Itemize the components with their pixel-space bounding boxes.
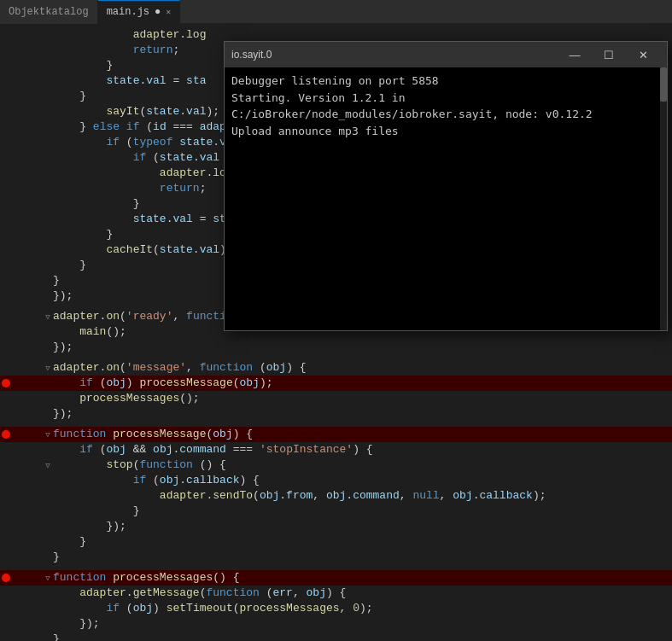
fold-icon-stop[interactable]: ▽ <box>43 460 53 470</box>
fold-placeholder <box>43 634 53 641</box>
breakpoint-icon-2 <box>2 430 10 439</box>
code-text: if (state.val == <box>53 150 240 166</box>
code-text: } <box>53 89 86 104</box>
terminal-minimize-button[interactable]: — <box>558 42 592 67</box>
code-line: } <box>0 534 672 550</box>
fold-placeholder <box>43 107 53 117</box>
code-text: function processMessages() { <box>53 570 239 586</box>
tab-main-js-label: main.js <box>107 6 149 18</box>
fold-placeholder <box>43 260 53 271</box>
tab-main-js[interactable]: main.js ● ✕ <box>98 0 181 24</box>
code-text: adapter.sendTo(obj.from, obj.command, nu… <box>53 488 546 504</box>
fold-placeholder <box>43 537 53 547</box>
fold-placeholder <box>43 552 53 562</box>
code-text: sayIt(state.val); <box>53 104 219 119</box>
code-line: } <box>0 550 672 565</box>
code-line: if (obj && obj.command === 'stopInstance… <box>0 442 672 457</box>
fold-placeholder <box>43 506 53 516</box>
fold-icon-processMessages[interactable]: ▽ <box>43 573 53 583</box>
tab-close-icon[interactable]: ✕ <box>166 7 171 17</box>
code-text: if (obj) setTimeout(processMessages, 0); <box>53 601 373 616</box>
code-line: }); <box>0 340 672 355</box>
code-text: } <box>53 273 60 288</box>
code-line-process-message: ▽ function processMessage(obj) { <box>0 427 672 442</box>
fold-placeholder <box>43 522 53 532</box>
code-text: function processMessage(obj) { <box>53 427 253 442</box>
fold-placeholder <box>43 603 53 614</box>
fold-icon-processMessage[interactable]: ▽ <box>43 429 53 440</box>
code-text: if (obj.callback) { <box>53 473 260 488</box>
code-text: state.val = stat <box>53 212 240 227</box>
code-line: } <box>0 504 672 519</box>
code-text: }); <box>53 406 73 422</box>
terminal-controls: — ☐ ✕ <box>558 42 660 67</box>
code-line: if (obj.callback) { <box>0 473 672 488</box>
terminal-maximize-button[interactable]: ☐ <box>592 42 626 67</box>
code-line: adapter.sendTo(obj.from, obj.command, nu… <box>0 488 672 504</box>
code-text: processMessages(); <box>53 391 200 406</box>
fold-placeholder <box>43 475 53 486</box>
fold-placeholder <box>43 491 53 501</box>
fold-placeholder <box>43 378 53 388</box>
code-text: if (obj && obj.command === 'stopInstance… <box>53 442 373 457</box>
fold-placeholder <box>43 91 53 102</box>
code-text: } <box>53 58 113 73</box>
fold-placeholder <box>43 76 53 86</box>
tab-sidebar[interactable]: Objektkatalog <box>0 0 98 24</box>
editor-area: adapter.log return; } state. <box>0 24 672 641</box>
fold-placeholder <box>43 45 53 55</box>
code-text: } <box>53 504 139 519</box>
code-line-message: ▽ adapter.on('message', function (obj) { <box>0 360 672 376</box>
code-text: stop(function () { <box>53 457 226 473</box>
fold-icon-ready[interactable]: ▽ <box>43 312 53 322</box>
code-text: } else if (id === adapte <box>53 119 240 135</box>
code-text: }); <box>53 616 100 632</box>
code-line: } <box>0 632 672 641</box>
terminal-scrollbar-thumb <box>660 67 667 102</box>
fold-placeholder <box>43 230 53 240</box>
terminal-close-button[interactable]: ✕ <box>626 42 660 67</box>
code-line: adapter.getMessage(function (err, obj) { <box>0 586 672 601</box>
fold-placeholder <box>43 214 53 224</box>
terminal-scrollbar[interactable] <box>660 67 667 330</box>
tab-modified-dot: ● <box>155 6 161 18</box>
fold-placeholder <box>43 30 53 40</box>
tab-bar: Objektkatalog main.js ● ✕ <box>0 0 672 24</box>
code-text: }); <box>53 288 73 304</box>
code-text: if (typeof state.val <box>53 135 240 150</box>
code-line: processMessages(); <box>0 391 672 406</box>
code-line-breakpoint1: if (obj) processMessage(obj); <box>0 376 672 391</box>
code-text: main(); <box>53 324 126 340</box>
code-text: return; <box>53 43 179 58</box>
fold-icon-message[interactable]: ▽ <box>43 363 53 373</box>
fold-placeholder <box>43 393 53 404</box>
code-line: }); <box>0 406 672 422</box>
fold-placeholder <box>43 168 53 178</box>
terminal-body: Debugger listening on port 5858 Starting… <box>225 67 667 330</box>
fold-placeholder <box>43 245 53 255</box>
fold-placeholder <box>43 153 53 163</box>
code-text: adapter.log. <box>53 166 239 181</box>
code-text: } <box>53 196 139 212</box>
terminal-titlebar: io.sayit.0 — ☐ ✕ <box>225 42 667 67</box>
breakpoint-icon <box>2 379 10 388</box>
terminal-window[interactable]: io.sayit.0 — ☐ ✕ Debugger listening on p… <box>224 41 668 331</box>
code-line-process-messages: ▽ function processMessages() { <box>0 570 672 586</box>
code-text: }); <box>53 340 73 355</box>
fold-placeholder <box>43 342 53 353</box>
fold-placeholder <box>43 445 53 455</box>
fold-placeholder <box>43 327 53 337</box>
code-text: adapter.log <box>53 27 206 43</box>
code-line: }); <box>0 616 672 632</box>
fold-placeholder <box>43 409 53 419</box>
tab-sidebar-label: Objektkatalog <box>9 6 89 18</box>
code-text: if (obj) processMessage(obj); <box>53 376 273 391</box>
fold-placeholder <box>43 184 53 194</box>
fold-placeholder <box>43 199 53 209</box>
code-line: if (obj) setTimeout(processMessages, 0); <box>0 601 672 616</box>
code-text: } <box>53 632 60 641</box>
code-text: } <box>53 534 86 550</box>
code-text: } <box>53 550 60 565</box>
code-text: adapter.getMessage(function (err, obj) { <box>53 586 346 601</box>
terminal-output: Debugger listening on port 5858 Starting… <box>231 73 660 139</box>
